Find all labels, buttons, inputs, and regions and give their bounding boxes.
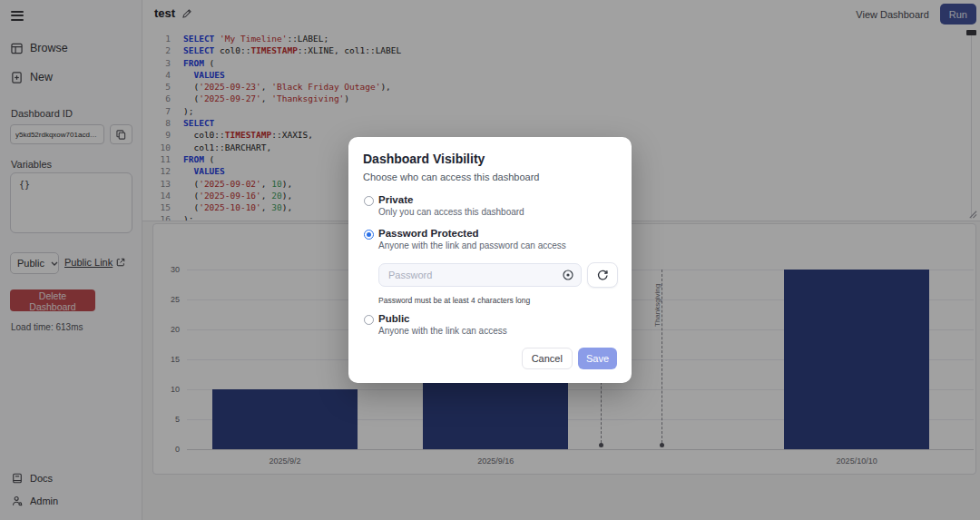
password-hint: Password must be at least 4 characters l…	[378, 296, 530, 305]
radio-public[interactable]	[364, 315, 374, 325]
app: Browse New Dashboard ID Variables	[0, 0, 980, 520]
show-password-eye-icon[interactable]	[562, 269, 574, 281]
modal-title: Dashboard Visibility	[363, 152, 485, 166]
refresh-icon	[596, 269, 609, 281]
radio-public-label[interactable]: Public	[378, 313, 410, 324]
save-button[interactable]: Save	[578, 348, 617, 369]
radio-private[interactable]	[364, 196, 374, 206]
dashboard-visibility-modal: Dashboard Visibility Choose who can acce…	[348, 137, 632, 383]
radio-private-label[interactable]: Private	[378, 194, 413, 205]
radio-private-desc: Only you can access this dashboard	[378, 207, 524, 217]
password-input[interactable]	[378, 263, 582, 287]
radio-public-desc: Anyone with the link can access	[378, 326, 507, 336]
radio-password-protected-label[interactable]: Password Protected	[378, 228, 479, 239]
radio-password-protected[interactable]	[364, 230, 374, 240]
modal-subtitle: Choose who can access this dashboard	[363, 172, 539, 182]
generate-password-button[interactable]	[587, 262, 618, 288]
radio-password-protected-desc: Anyone with the link and password can ac…	[378, 240, 566, 250]
cancel-button[interactable]: Cancel	[522, 348, 573, 369]
